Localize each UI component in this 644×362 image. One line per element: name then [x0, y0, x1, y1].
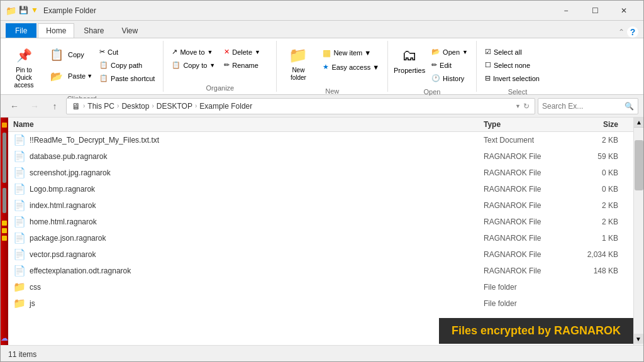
file-icon: 📄	[13, 248, 26, 260]
table-row[interactable]: 📄 package.json.ragnarok RAGNAROK File 1 …	[8, 230, 633, 246]
ribbon-group-new: 📁 Newfolder ▦ New item ▼ ★ Easy access ▼…	[277, 41, 388, 92]
move-to-icon: ↗	[172, 48, 177, 56]
open-icon: 📂	[431, 48, 440, 56]
file-icon: 📄	[13, 183, 26, 195]
copy-to-button[interactable]: 📋 Copy to ▼	[169, 59, 218, 71]
history-label: History	[443, 75, 464, 82]
copy-button[interactable]: 📋 Copy	[45, 43, 94, 66]
move-to-button[interactable]: ↗ Move to ▼	[169, 46, 218, 58]
select-none-label: Select none	[494, 62, 530, 69]
cut-icon: ✂	[99, 48, 105, 56]
tab-view[interactable]: View	[113, 23, 146, 38]
search-input[interactable]	[542, 102, 622, 111]
pin-icon: 📌	[14, 45, 34, 65]
back-button[interactable]: ←	[6, 97, 23, 115]
file-type: File folder	[484, 283, 578, 292]
file-name: Logo.bmp.ragnarok	[30, 185, 484, 194]
maximize-button[interactable]: ☐	[580, 1, 609, 21]
ribbon: 📌 Pin to Quickaccess 📋 Copy 📂 Paste ▼ ✂	[1, 38, 643, 95]
table-row[interactable]: 📄 Logo.bmp.ragnarok RAGNAROK File 0 KB	[8, 181, 633, 197]
file-rows-container: 📄 !!ReadMe_To_Decrypt_My_Files.txt.txt T…	[8, 132, 633, 312]
close-button[interactable]: ✕	[609, 1, 638, 21]
path-folder: Example Folder	[199, 102, 252, 111]
select-none-button[interactable]: ☐ Select none	[482, 59, 543, 71]
history-button[interactable]: 🕐 History	[428, 72, 471, 84]
pin-to-quick-access-button[interactable]: 📌 Pin to Quickaccess	[6, 43, 42, 91]
file-name: index.html.ragnarok	[30, 201, 484, 210]
col-header-type[interactable]: Type	[484, 120, 578, 129]
delete-label: Delete	[232, 48, 252, 56]
table-row[interactable]: 📄 !!ReadMe_To_Decrypt_My_Files.txt.txt T…	[8, 132, 633, 148]
file-name: vector.psd.ragnarok	[30, 250, 484, 259]
window-controls[interactable]: − ☐ ✕	[552, 1, 638, 21]
scroll-down-btn[interactable]: ▼	[633, 334, 643, 344]
file-type: RAGNAROK File	[484, 250, 578, 259]
up-button[interactable]: ↑	[46, 97, 64, 115]
file-icon: 📄	[13, 216, 26, 228]
col-header-name[interactable]: Name	[13, 120, 484, 129]
ribbon-tabs: File Home Share View ⌃ ?	[1, 21, 643, 38]
file-name: screenshot.jpg.ragnarok	[30, 168, 484, 177]
search-box[interactable]: 🔍	[538, 98, 638, 114]
delete-button[interactable]: ✕ Delete ▼	[221, 46, 264, 58]
file-name: home.html.ragnarok	[30, 217, 484, 226]
edit-label: Edit	[440, 62, 452, 69]
new-folder-label: Newfolder	[291, 67, 306, 82]
status-bar: 11 items	[1, 345, 643, 362]
file-icon: 📄	[13, 265, 26, 277]
scroll-up-btn[interactable]: ▲	[634, 118, 644, 128]
scrollbar-thumb[interactable]	[635, 140, 643, 190]
file-size: 2 KB	[578, 201, 628, 210]
file-type: File folder	[484, 299, 578, 308]
item-count: 11 items	[8, 350, 36, 359]
col-header-size[interactable]: Size	[578, 120, 628, 129]
new-folder-icon: 📁	[288, 45, 308, 65]
open-button[interactable]: 📂 Open ▼	[428, 46, 471, 58]
paste-button[interactable]: 📂 Paste ▼	[45, 67, 94, 85]
new-folder-button[interactable]: 📁 Newfolder	[282, 43, 314, 84]
file-name: database.pub.ragnarok	[30, 152, 484, 161]
forward-button[interactable]: →	[26, 97, 43, 115]
minimize-button[interactable]: −	[552, 1, 580, 21]
scrollbar[interactable]: ▲ ▼	[633, 118, 643, 345]
invert-selection-button[interactable]: ⊟ Invert selection	[482, 72, 543, 84]
copy-to-icon: 📋	[172, 61, 180, 69]
file-icon: 📄	[13, 167, 26, 178]
main-area: ☁ Name Type Size 📄 !!ReadMe_To_Decrypt_M…	[1, 118, 643, 345]
file-name: !!ReadMe_To_Decrypt_My_Files.txt.txt	[30, 136, 484, 145]
address-path[interactable]: 🖥 › This PC › Desktop › DESKTOP › Exampl…	[66, 98, 535, 114]
table-row[interactable]: 📄 vector.psd.ragnarok RAGNAROK File 2,03…	[8, 246, 633, 263]
table-row[interactable]: 📁 js File folder	[8, 295, 633, 312]
rename-button[interactable]: ✏ Rename	[221, 59, 264, 71]
tab-file[interactable]: File	[6, 23, 36, 38]
tab-share[interactable]: Share	[75, 23, 112, 38]
file-list-header: Name Type Size	[8, 118, 633, 132]
file-icon: 📄	[13, 232, 26, 244]
select-all-icon: ☑	[485, 48, 491, 56]
paste-shortcut-icon: 📋	[99, 74, 108, 82]
file-size: 0 KB	[578, 185, 628, 194]
ribbon-group-select: ☑ Select all ☐ Select none ⊟ Invert sele…	[477, 41, 558, 92]
left-decoration: ☁	[1, 118, 8, 345]
easy-access-button[interactable]: ★ Easy access ▼	[319, 61, 382, 73]
copy-path-button[interactable]: 📋 Copy path	[96, 59, 158, 71]
new-group-label: New	[282, 86, 382, 95]
table-row[interactable]: 📄 screenshot.jpg.ragnarok RAGNAROK File …	[8, 165, 633, 181]
new-item-button[interactable]: ▦ New item ▼	[319, 46, 382, 60]
paste-shortcut-button[interactable]: 📋 Paste shortcut	[96, 72, 158, 84]
edit-button[interactable]: ✏ Edit	[428, 59, 471, 71]
properties-button[interactable]: 🗂 Properties	[393, 43, 426, 76]
copy-icon: 📋	[47, 45, 67, 65]
file-size: 2 KB	[578, 217, 628, 226]
table-row[interactable]: 📁 css File folder	[8, 279, 633, 295]
cut-button[interactable]: ✂ Cut	[96, 46, 158, 58]
table-row[interactable]: 📄 effectexplanation.odt.ragnarok RAGNARO…	[8, 263, 633, 279]
select-all-button[interactable]: ☑ Select all	[482, 46, 543, 58]
table-row[interactable]: 📄 index.html.ragnarok RAGNAROK File 2 KB	[8, 197, 633, 214]
file-name: effectexplanation.odt.ragnarok	[30, 266, 484, 275]
tab-home[interactable]: Home	[38, 23, 74, 38]
move-to-label: Move to	[180, 48, 204, 56]
table-row[interactable]: 📄 database.pub.ragnarok RAGNAROK File 59…	[8, 148, 633, 165]
table-row[interactable]: 📄 home.html.ragnarok RAGNAROK File 2 KB	[8, 214, 633, 230]
file-type: RAGNAROK File	[484, 185, 578, 194]
